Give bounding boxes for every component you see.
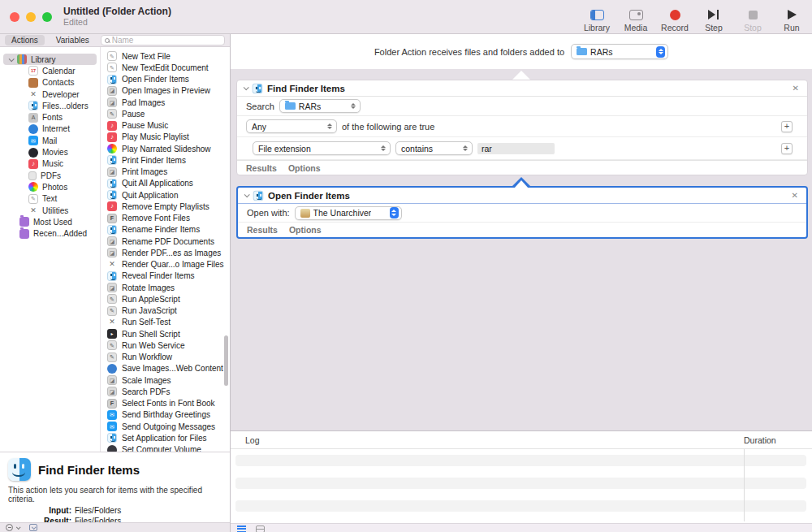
sidebar-item[interactable]: Files...olders	[3, 100, 97, 111]
finder-icon	[107, 155, 117, 165]
action-list-item[interactable]: Print Images	[101, 167, 230, 178]
search-input[interactable]	[112, 36, 221, 45]
search-location-popup[interactable]: RARs	[279, 99, 361, 113]
action-list-item[interactable]: Remove Empty Playlists	[101, 201, 230, 212]
chevron-down-icon[interactable]	[16, 525, 21, 530]
action-list-item[interactable]: Pause	[101, 108, 230, 119]
action-list-item[interactable]: Search PDFs	[101, 386, 230, 397]
action-list-item[interactable]: Send Outgoing Messages	[101, 421, 230, 432]
calendar-icon	[28, 66, 38, 76]
attribute-popup[interactable]: File extension	[253, 141, 391, 155]
match-any-popup[interactable]: Any	[246, 119, 337, 133]
sidebar-item[interactable]: Movies	[3, 146, 97, 158]
action-list-item[interactable]: Scale Images	[101, 374, 230, 386]
search-term-field[interactable]	[477, 143, 555, 154]
sidebar-item[interactable]: PDFs	[3, 170, 97, 181]
action-list-item[interactable]: Open Images in Preview	[101, 85, 230, 97]
results-button[interactable]: Results	[246, 163, 277, 173]
tab-actions[interactable]: Actions	[5, 35, 45, 45]
action-list-item[interactable]: Run Self-Test	[101, 317, 230, 328]
sidebar-item[interactable]: Mail	[3, 135, 97, 146]
action-list-item[interactable]: Remove Font Files	[101, 213, 230, 224]
actions-scrollbar[interactable]	[224, 335, 228, 386]
sidebar-item[interactable]: Music	[3, 158, 97, 170]
action-block-find-finder-items[interactable]: Find Finder Items ✕ Search RARs Any	[236, 80, 808, 175]
log-list-view-icon[interactable]	[237, 526, 246, 532]
action-list-item[interactable]: Save Images...Web Content	[101, 363, 230, 374]
action-list-item[interactable]: Select Fonts in Font Book	[101, 398, 230, 409]
toolbar-button[interactable]: Stop	[739, 3, 767, 32]
action-list-item[interactable]: Set Computer Volume	[101, 444, 230, 452]
search-field[interactable]	[101, 35, 225, 45]
disclosure-chevron-icon[interactable]	[9, 56, 15, 62]
toolbar-button[interactable]: Record	[661, 3, 689, 32]
log-row	[235, 500, 806, 512]
action-list-item[interactable]: Send Birthday Greetings	[101, 409, 230, 421]
action-list-item[interactable]: Set Application for Files	[101, 432, 230, 443]
sidebar-item[interactable]: Contacts	[3, 77, 97, 89]
action-list-item[interactable]: Render PDF...es as Images	[101, 247, 230, 258]
action-list-item[interactable]: Run JavaScript	[101, 305, 230, 317]
options-button[interactable]: Options	[289, 225, 322, 235]
close-icon[interactable]: ✕	[791, 84, 801, 93]
action-list-item[interactable]: Quit Application	[101, 189, 230, 201]
sidebar-item[interactable]: Calendar	[3, 65, 97, 76]
action-list-item[interactable]: Rotate Images	[101, 282, 230, 293]
action-list-item[interactable]: New Text File	[101, 50, 230, 62]
action-list-item[interactable]: Run Workflow	[101, 352, 230, 363]
action-list-item[interactable]: Print Finder Items	[101, 154, 230, 166]
fontbook-icon	[107, 214, 117, 223]
preview-icon	[107, 97, 117, 107]
toolbar-button[interactable]: Run	[778, 3, 806, 32]
action-list-item[interactable]: Rename PDF Documents	[101, 236, 230, 247]
action-list-item[interactable]: Play Narrated Slideshow	[101, 143, 230, 154]
block-header[interactable]: Find Finder Items ✕	[237, 80, 807, 97]
collapse-chevron-icon[interactable]	[244, 84, 249, 90]
action-list-item[interactable]: Run Web Service	[101, 340, 230, 351]
open-with-app-popup[interactable]: The Unarchiver	[295, 206, 402, 220]
block-header[interactable]: Open Finder Items ✕	[238, 188, 806, 204]
results-button[interactable]: Results	[247, 225, 278, 235]
action-list-item[interactable]: Run Shell Script	[101, 328, 230, 340]
toolbar-button[interactable]: Media	[622, 3, 650, 32]
action-list-item[interactable]: Rename Finder Items	[101, 224, 230, 236]
add-rule-button[interactable]: +	[781, 121, 793, 132]
action-list-item[interactable]: Reveal Finder Items	[101, 270, 230, 282]
zoom-window-button[interactable]	[42, 12, 52, 22]
close-window-button[interactable]	[10, 12, 19, 22]
action-list-item[interactable]: New TextEdit Document	[101, 62, 230, 73]
sidebar-item[interactable]: Internet	[3, 123, 97, 135]
log-tray-view-icon[interactable]	[256, 526, 265, 532]
action-block-open-finder-items[interactable]: Open Finder Items ✕ Open with: The Unarc…	[236, 186, 808, 239]
sidebar-item[interactable]: Text	[3, 193, 97, 205]
toolbar-button[interactable]: Step	[700, 3, 728, 32]
action-list-item[interactable]: Quit All Applications	[101, 178, 230, 189]
music-icon	[28, 159, 38, 169]
utilities-icon	[107, 260, 117, 270]
sidebar-item[interactable]: Library	[3, 54, 97, 65]
action-list-item[interactable]: Pad Images	[101, 97, 230, 108]
action-list-item[interactable]: Open Finder Items	[101, 74, 230, 85]
sidebar-item[interactable]: Most Used	[3, 216, 97, 227]
sidebar-item[interactable]: Photos	[3, 181, 97, 192]
action-list-item[interactable]: Render Quar...o Image Files	[101, 259, 230, 270]
action-list-item[interactable]: Run AppleScript	[101, 293, 230, 305]
sidebar-item[interactable]: Developer	[3, 89, 97, 100]
action-list-item[interactable]: Play Music Playlist	[101, 132, 230, 143]
close-icon[interactable]: ✕	[790, 191, 800, 200]
options-button[interactable]: Options	[288, 163, 321, 173]
action-menu-icon[interactable]	[6, 524, 13, 531]
sidebar-item[interactable]: Fonts	[3, 111, 97, 123]
collapse-chevron-icon[interactable]	[244, 192, 250, 197]
sidebar-item[interactable]: Utilities	[3, 205, 97, 216]
tab-variables[interactable]: Variables	[50, 35, 96, 45]
media-browser-toggle-icon[interactable]	[29, 524, 37, 531]
operator-popup[interactable]: contains	[395, 141, 473, 155]
add-rule-button[interactable]: +	[781, 143, 793, 154]
minimize-window-button[interactable]	[26, 12, 36, 22]
watched-folder-popup[interactable]: RARs	[571, 44, 668, 59]
shell-icon	[107, 329, 117, 339]
sidebar-item[interactable]: Recen...Added	[3, 227, 97, 239]
action-list-item[interactable]: Pause Music	[101, 120, 230, 132]
toolbar-button[interactable]: Library	[583, 3, 611, 32]
